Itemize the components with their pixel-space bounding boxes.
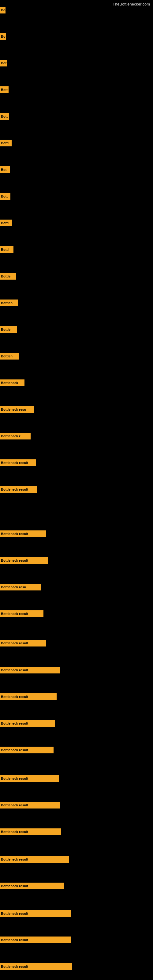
bar-item: Bottleneck result (0, 856, 69, 863)
bar-item: Bottl (0, 140, 12, 146)
bar-label: Bottl (0, 140, 12, 146)
bar-label: Bottleneck result (0, 963, 72, 970)
bar-item: Bottleneck resu (0, 584, 41, 590)
bar-label: Bott (0, 193, 10, 200)
bar-item: Bottle (0, 326, 17, 333)
bar-label: Bottleneck result (0, 486, 37, 493)
bar-label: Bottl (0, 246, 13, 253)
bar-label: Bottleneck (0, 379, 24, 386)
site-title: TheBottlenecker.com (113, 2, 150, 6)
bar-item: Bottleneck result (0, 720, 55, 727)
bar-label: Bott (0, 86, 9, 93)
bar-label: Bottleneck result (0, 883, 64, 889)
bar-label: Bottleneck result (0, 775, 59, 782)
bar-item: Bottleneck result (0, 937, 71, 943)
bar-item: Bottleneck result (0, 557, 48, 564)
bar-label: Bottleneck result (0, 557, 48, 564)
bar-label: Bottleneck result (0, 460, 36, 466)
bar-item: Bottleneck (0, 379, 24, 386)
bar-item: Bottleneck result (0, 829, 61, 835)
bar-label: Bottleneck resu (0, 584, 41, 590)
bar-label: Bottleneck result (0, 937, 71, 943)
bar-item: Bottleneck result (0, 802, 60, 808)
bar-item: Bottleneck result (0, 486, 37, 493)
bar-item: Bottl (0, 220, 12, 226)
bar-item: Bottleneck resu (0, 406, 33, 413)
bar-item: Bottleneck result (0, 530, 46, 537)
bar-label: Bott (0, 113, 9, 120)
bar-label: Bo (0, 7, 5, 13)
bar-label: Bottleneck result (0, 610, 43, 617)
bar-item: Bott (0, 193, 10, 200)
bar-label: Bottleneck resu (0, 406, 33, 413)
bar-item: Bottleneck result (0, 640, 46, 646)
bar-item: Bottleneck result (0, 910, 71, 917)
bar-item: Bottlen (0, 353, 19, 360)
bar-item: Bottleneck result (0, 883, 64, 889)
bar-item: Bottle (0, 273, 16, 280)
bar-item: Bottleneck r (0, 433, 30, 439)
bar-label: Bottleneck r (0, 433, 30, 439)
bar-label: Bottleneck result (0, 694, 57, 700)
bar-label: Bottlen (0, 353, 19, 360)
bar-label: Bottleneck result (0, 640, 46, 646)
bar-label: Bottleneck result (0, 802, 60, 808)
bar-item: Bottleneck result (0, 460, 36, 466)
bar-item: Bo (0, 33, 6, 40)
bar-item: Bottleneck result (0, 667, 60, 673)
bar-label: Bottlen (0, 299, 18, 306)
bar-item: Bottleneck result (0, 775, 59, 782)
bar-label: Bottleneck result (0, 856, 69, 863)
bar-label: Bottleneck result (0, 530, 46, 537)
bar-item: Bottlen (0, 299, 18, 306)
bar-item: Bottleneck result (0, 610, 43, 617)
bar-label: Bo (0, 33, 6, 40)
bar-item: Bott (0, 113, 9, 120)
bar-item: Bo (0, 7, 5, 13)
bar-label: Bot (0, 60, 7, 67)
bar-item: Bot (0, 60, 7, 67)
bar-label: Bottleneck result (0, 829, 61, 835)
bar-item: Bottleneck result (0, 694, 57, 700)
bar-label: Bottleneck result (0, 910, 71, 917)
bar-label: Bottleneck result (0, 667, 60, 673)
bar-item: Bott (0, 86, 9, 93)
bar-item: Bot (0, 166, 10, 173)
bar-item: Bottleneck result (0, 963, 72, 970)
bar-item: Bottleneck result (0, 747, 54, 753)
bar-label: Bottleneck result (0, 720, 55, 727)
bar-label: Bottle (0, 326, 17, 333)
bar-label: Bot (0, 166, 10, 173)
bar-label: Bottle (0, 273, 16, 280)
bar-label: Bottl (0, 220, 12, 226)
bar-item: Bottl (0, 246, 13, 253)
bar-label: Bottleneck result (0, 747, 54, 753)
